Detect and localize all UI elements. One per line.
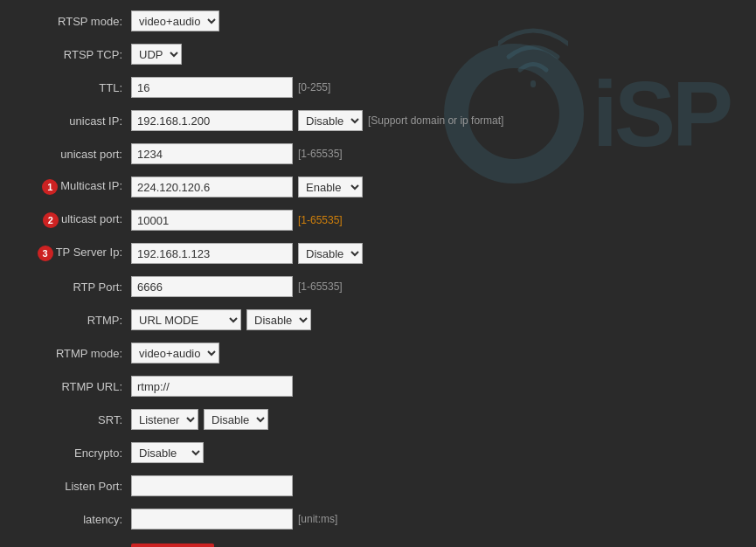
multicast-ip-input[interactable] (131, 177, 293, 197)
rtmp-row: RTMP: URL MODE SERVER MODE Disable Enabl… (17, 308, 739, 332)
ttl-hint: [0-255] (298, 81, 330, 93)
badge-3: 3 (38, 246, 53, 261)
unicast-port-input[interactable] (131, 143, 293, 164)
rtp-port-hint: [1-65535] (298, 280, 343, 293)
srt-mode-select[interactable]: Listener Caller (131, 409, 198, 430)
rtp-server-ip-controls: Disable Enable (131, 243, 363, 264)
encrypto-select[interactable]: Disable AES-128 AES-192 AES-256 (131, 442, 204, 463)
rtmp-label: RTMP: (17, 314, 131, 327)
rtsp-mode-select[interactable]: video+audio video only audio only (131, 10, 219, 31)
unicast-ip-input[interactable] (131, 110, 293, 131)
rtmp-url-input[interactable] (131, 376, 293, 397)
rtsp-tcp-label: RTSP TCP: (17, 48, 131, 61)
multicast-ip-controls: Enable Disable (131, 177, 363, 197)
listen-port-input[interactable] (131, 475, 293, 496)
ttl-label: TTL: (17, 81, 131, 94)
main-container: RTSP mode: video+audio video only audio … (0, 0, 756, 547)
srt-label: SRT: (17, 413, 131, 426)
srt-row: SRT: Listener Caller Disable Enable (17, 407, 739, 432)
listen-port-row: Listen Port: (17, 474, 739, 498)
badge-2: 2 (43, 212, 59, 228)
encrypto-label: Encrypto: (17, 447, 131, 460)
rtmp-mode-row: RTMP mode: video+audio video only audio … (17, 341, 739, 365)
rtmp-mode-label: RTMP mode: (17, 347, 131, 360)
rtp-port-row: RTP Port: [1-65535] (17, 274, 739, 299)
latency-row: latency: [unit:ms] (17, 507, 739, 531)
unicast-ip-label: unicast IP: (17, 114, 131, 128)
multicast-ip-label: 1Multicast IP: (17, 179, 131, 195)
rtmp-url-controls (131, 376, 293, 397)
ttl-input[interactable] (131, 77, 293, 98)
rtmp-url-row: RTMP URL: (17, 374, 739, 398)
ttl-controls: [0-255] (131, 77, 330, 98)
apply-row: Apply 4 (131, 544, 739, 547)
unicast-ip-row: unicast IP: Disable Enable [Support doma… (17, 108, 739, 133)
srt-enable-select[interactable]: Disable Enable (204, 409, 268, 430)
rtp-server-ip-input[interactable] (131, 243, 293, 264)
rtmp-mode-controls: video+audio video only audio only (131, 343, 219, 364)
rtmp-url-label: RTMP URL: (17, 380, 131, 393)
rtp-server-ip-label: 3TP Server Ip: (17, 246, 131, 261)
listen-port-label: Listen Port: (17, 480, 131, 493)
unicast-port-controls: [1-65535] (131, 143, 343, 164)
rtsp-tcp-select[interactable]: UDP TCP (131, 44, 182, 65)
rtsp-mode-row: RTSP mode: video+audio video only audio … (17, 9, 739, 33)
rtsp-mode-label: RTSP mode: (17, 15, 131, 28)
latency-label: latency: (17, 513, 131, 526)
multicast-port-row: 2ulticast port: [1-65535] (17, 208, 739, 232)
latency-input[interactable] (131, 509, 293, 530)
rtp-port-input[interactable] (131, 276, 293, 297)
latency-controls: [unit:ms] (131, 509, 337, 530)
unicast-port-label: unicast port: (17, 148, 131, 161)
rtp-port-label: RTP Port: (17, 280, 131, 294)
srt-controls: Listener Caller Disable Enable (131, 409, 268, 430)
unicast-ip-select[interactable]: Disable Enable (298, 110, 363, 131)
rtsp-tcp-row: RTSP TCP: UDP TCP (17, 42, 739, 66)
latency-hint: [unit:ms] (298, 513, 337, 525)
unicast-ip-controls: Disable Enable [Support domain or ip for… (131, 110, 503, 131)
rtmp-controls: URL MODE SERVER MODE Disable Enable (131, 309, 311, 330)
rtp-server-ip-row: 3TP Server Ip: Disable Enable (17, 241, 739, 266)
rtmp-mode-select[interactable]: URL MODE SERVER MODE (131, 309, 241, 330)
apply-button[interactable]: Apply (131, 544, 214, 547)
rtmp-mode-stream-select[interactable]: video+audio video only audio only (131, 343, 219, 364)
multicast-port-controls: [1-65535] (131, 210, 343, 231)
unicast-port-row: unicast port: [1-65535] (17, 142, 739, 166)
multicast-ip-select[interactable]: Enable Disable (298, 177, 363, 197)
badge-1: 1 (42, 179, 58, 195)
encrypto-row: Encrypto: Disable AES-128 AES-192 AES-25… (17, 440, 739, 465)
ttl-row: TTL: [0-255] (17, 75, 739, 100)
rtp-port-controls: [1-65535] (131, 276, 343, 297)
encrypto-controls: Disable AES-128 AES-192 AES-256 (131, 442, 204, 463)
unicast-ip-hint: [Support domain or ip format] (368, 114, 503, 127)
multicast-port-input[interactable] (131, 210, 293, 231)
rtsp-mode-controls: video+audio video only audio only (131, 10, 219, 31)
listen-port-controls (131, 475, 293, 496)
multicast-port-hint: [1-65535] (298, 214, 343, 226)
rtp-server-ip-select[interactable]: Disable Enable (298, 243, 363, 264)
unicast-port-hint: [1-65535] (298, 148, 343, 160)
rtmp-enable-select[interactable]: Disable Enable (246, 309, 311, 330)
multicast-ip-row: 1Multicast IP: Enable Disable (17, 175, 739, 199)
rtsp-tcp-controls: UDP TCP (131, 44, 182, 65)
multicast-port-label: 2ulticast port: (17, 212, 131, 228)
